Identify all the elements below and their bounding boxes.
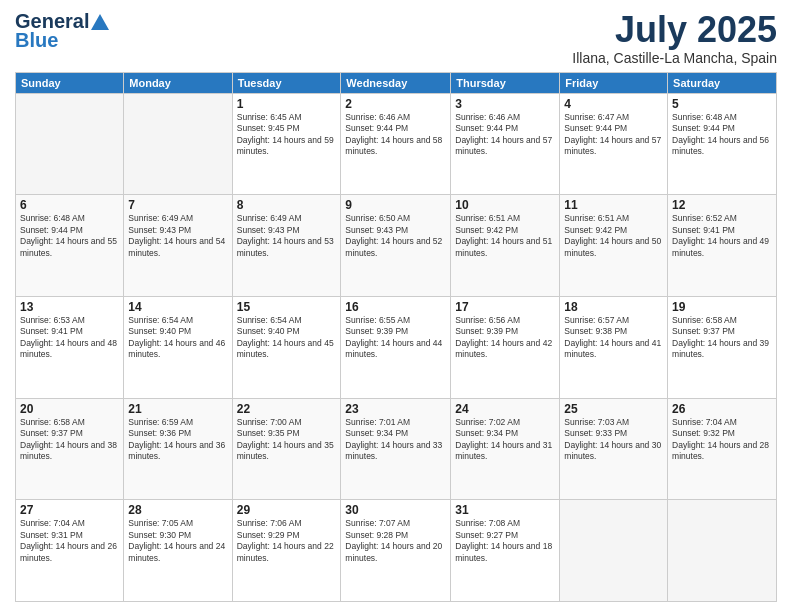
calendar-header-row: SundayMondayTuesdayWednesdayThursdayFrid… (16, 72, 777, 93)
day-info: Sunrise: 6:59 AM Sunset: 9:36 PM Dayligh… (128, 417, 227, 463)
calendar-week-row: 20Sunrise: 6:58 AM Sunset: 9:37 PM Dayli… (16, 398, 777, 500)
day-info: Sunrise: 6:58 AM Sunset: 9:37 PM Dayligh… (20, 417, 119, 463)
day-number: 11 (564, 198, 663, 212)
day-number: 16 (345, 300, 446, 314)
calendar-table: SundayMondayTuesdayWednesdayThursdayFrid… (15, 72, 777, 602)
day-info: Sunrise: 7:02 AM Sunset: 9:34 PM Dayligh… (455, 417, 555, 463)
calendar-cell: 29Sunrise: 7:06 AM Sunset: 9:29 PM Dayli… (232, 500, 341, 602)
calendar-cell (16, 93, 124, 195)
calendar-cell: 11Sunrise: 6:51 AM Sunset: 9:42 PM Dayli… (560, 195, 668, 297)
day-info: Sunrise: 7:07 AM Sunset: 9:28 PM Dayligh… (345, 518, 446, 564)
day-number: 3 (455, 97, 555, 111)
calendar-cell: 27Sunrise: 7:04 AM Sunset: 9:31 PM Dayli… (16, 500, 124, 602)
month-title: July 2025 (572, 10, 777, 50)
day-header-saturday: Saturday (668, 72, 777, 93)
day-info: Sunrise: 6:56 AM Sunset: 9:39 PM Dayligh… (455, 315, 555, 361)
calendar-cell: 20Sunrise: 6:58 AM Sunset: 9:37 PM Dayli… (16, 398, 124, 500)
day-info: Sunrise: 7:05 AM Sunset: 9:30 PM Dayligh… (128, 518, 227, 564)
day-info: Sunrise: 7:00 AM Sunset: 9:35 PM Dayligh… (237, 417, 337, 463)
calendar-week-row: 1Sunrise: 6:45 AM Sunset: 9:45 PM Daylig… (16, 93, 777, 195)
day-info: Sunrise: 6:46 AM Sunset: 9:44 PM Dayligh… (345, 112, 446, 158)
day-number: 21 (128, 402, 227, 416)
day-number: 29 (237, 503, 337, 517)
calendar-cell: 8Sunrise: 6:49 AM Sunset: 9:43 PM Daylig… (232, 195, 341, 297)
calendar-week-row: 6Sunrise: 6:48 AM Sunset: 9:44 PM Daylig… (16, 195, 777, 297)
day-info: Sunrise: 7:04 AM Sunset: 9:32 PM Dayligh… (672, 417, 772, 463)
calendar-cell: 18Sunrise: 6:57 AM Sunset: 9:38 PM Dayli… (560, 296, 668, 398)
day-number: 7 (128, 198, 227, 212)
calendar-cell: 12Sunrise: 6:52 AM Sunset: 9:41 PM Dayli… (668, 195, 777, 297)
calendar-cell: 4Sunrise: 6:47 AM Sunset: 9:44 PM Daylig… (560, 93, 668, 195)
calendar-cell: 17Sunrise: 6:56 AM Sunset: 9:39 PM Dayli… (451, 296, 560, 398)
day-info: Sunrise: 7:08 AM Sunset: 9:27 PM Dayligh… (455, 518, 555, 564)
day-number: 20 (20, 402, 119, 416)
day-info: Sunrise: 6:48 AM Sunset: 9:44 PM Dayligh… (20, 213, 119, 259)
day-info: Sunrise: 6:47 AM Sunset: 9:44 PM Dayligh… (564, 112, 663, 158)
day-header-wednesday: Wednesday (341, 72, 451, 93)
calendar-cell: 24Sunrise: 7:02 AM Sunset: 9:34 PM Dayli… (451, 398, 560, 500)
header: General Blue July 2025 Illana, Castille-… (15, 10, 777, 66)
day-info: Sunrise: 6:51 AM Sunset: 9:42 PM Dayligh… (455, 213, 555, 259)
day-info: Sunrise: 6:55 AM Sunset: 9:39 PM Dayligh… (345, 315, 446, 361)
day-header-tuesday: Tuesday (232, 72, 341, 93)
day-info: Sunrise: 6:51 AM Sunset: 9:42 PM Dayligh… (564, 213, 663, 259)
page: General Blue July 2025 Illana, Castille-… (0, 0, 792, 612)
calendar-cell (560, 500, 668, 602)
calendar-cell: 22Sunrise: 7:00 AM Sunset: 9:35 PM Dayli… (232, 398, 341, 500)
day-number: 15 (237, 300, 337, 314)
calendar-cell: 7Sunrise: 6:49 AM Sunset: 9:43 PM Daylig… (124, 195, 232, 297)
day-number: 27 (20, 503, 119, 517)
logo: General Blue (15, 10, 109, 52)
day-number: 9 (345, 198, 446, 212)
calendar-cell: 2Sunrise: 6:46 AM Sunset: 9:44 PM Daylig… (341, 93, 451, 195)
day-info: Sunrise: 6:49 AM Sunset: 9:43 PM Dayligh… (128, 213, 227, 259)
day-number: 10 (455, 198, 555, 212)
day-header-monday: Monday (124, 72, 232, 93)
day-number: 24 (455, 402, 555, 416)
day-info: Sunrise: 6:52 AM Sunset: 9:41 PM Dayligh… (672, 213, 772, 259)
day-number: 28 (128, 503, 227, 517)
day-number: 26 (672, 402, 772, 416)
calendar-cell: 3Sunrise: 6:46 AM Sunset: 9:44 PM Daylig… (451, 93, 560, 195)
day-info: Sunrise: 7:03 AM Sunset: 9:33 PM Dayligh… (564, 417, 663, 463)
day-info: Sunrise: 6:45 AM Sunset: 9:45 PM Dayligh… (237, 112, 337, 158)
calendar-cell: 14Sunrise: 6:54 AM Sunset: 9:40 PM Dayli… (124, 296, 232, 398)
calendar-cell: 31Sunrise: 7:08 AM Sunset: 9:27 PM Dayli… (451, 500, 560, 602)
day-info: Sunrise: 6:58 AM Sunset: 9:37 PM Dayligh… (672, 315, 772, 361)
day-number: 18 (564, 300, 663, 314)
day-header-friday: Friday (560, 72, 668, 93)
day-number: 4 (564, 97, 663, 111)
day-number: 12 (672, 198, 772, 212)
day-number: 1 (237, 97, 337, 111)
day-info: Sunrise: 7:01 AM Sunset: 9:34 PM Dayligh… (345, 417, 446, 463)
day-number: 17 (455, 300, 555, 314)
day-info: Sunrise: 6:53 AM Sunset: 9:41 PM Dayligh… (20, 315, 119, 361)
calendar-cell: 15Sunrise: 6:54 AM Sunset: 9:40 PM Dayli… (232, 296, 341, 398)
day-header-thursday: Thursday (451, 72, 560, 93)
calendar-cell: 19Sunrise: 6:58 AM Sunset: 9:37 PM Dayli… (668, 296, 777, 398)
day-number: 25 (564, 402, 663, 416)
calendar-cell: 28Sunrise: 7:05 AM Sunset: 9:30 PM Dayli… (124, 500, 232, 602)
calendar-cell: 26Sunrise: 7:04 AM Sunset: 9:32 PM Dayli… (668, 398, 777, 500)
calendar-cell: 16Sunrise: 6:55 AM Sunset: 9:39 PM Dayli… (341, 296, 451, 398)
logo-blue: Blue (15, 29, 58, 52)
day-info: Sunrise: 6:54 AM Sunset: 9:40 PM Dayligh… (237, 315, 337, 361)
day-number: 23 (345, 402, 446, 416)
day-info: Sunrise: 7:04 AM Sunset: 9:31 PM Dayligh… (20, 518, 119, 564)
day-info: Sunrise: 6:46 AM Sunset: 9:44 PM Dayligh… (455, 112, 555, 158)
calendar-cell: 6Sunrise: 6:48 AM Sunset: 9:44 PM Daylig… (16, 195, 124, 297)
day-number: 8 (237, 198, 337, 212)
day-number: 13 (20, 300, 119, 314)
day-info: Sunrise: 6:54 AM Sunset: 9:40 PM Dayligh… (128, 315, 227, 361)
day-number: 6 (20, 198, 119, 212)
calendar-cell: 10Sunrise: 6:51 AM Sunset: 9:42 PM Dayli… (451, 195, 560, 297)
calendar-cell (124, 93, 232, 195)
day-number: 22 (237, 402, 337, 416)
day-number: 19 (672, 300, 772, 314)
logo-triangle-icon (91, 13, 109, 31)
calendar-cell: 23Sunrise: 7:01 AM Sunset: 9:34 PM Dayli… (341, 398, 451, 500)
day-info: Sunrise: 7:06 AM Sunset: 9:29 PM Dayligh… (237, 518, 337, 564)
day-info: Sunrise: 6:50 AM Sunset: 9:43 PM Dayligh… (345, 213, 446, 259)
day-info: Sunrise: 6:48 AM Sunset: 9:44 PM Dayligh… (672, 112, 772, 158)
calendar-cell: 13Sunrise: 6:53 AM Sunset: 9:41 PM Dayli… (16, 296, 124, 398)
